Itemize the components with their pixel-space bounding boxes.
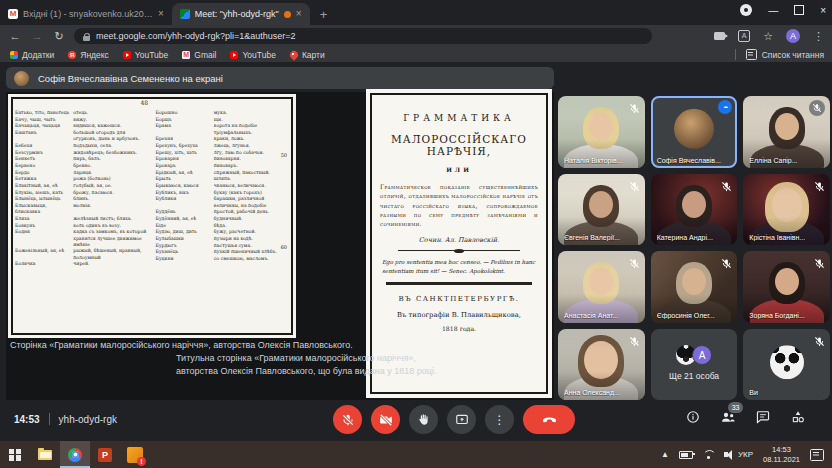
browser-menu-icon[interactable]: ⋮ — [813, 30, 824, 43]
reload-button[interactable]: ↻ — [52, 30, 66, 43]
end-call-button[interactable] — [523, 405, 575, 434]
address-bar[interactable]: meet.google.com/yhh-odyd-rgk?pli=1&authu… — [74, 28, 652, 44]
hidden-icons-chevron[interactable]: ▲ — [661, 450, 669, 459]
book-title-line1: ГРАММАТИКА — [380, 113, 538, 123]
self-avatar — [770, 346, 804, 380]
participant-tile[interactable]: Зоряна Богдані... — [743, 251, 830, 323]
profile-avatar[interactable]: A — [786, 29, 800, 43]
browser-tab-strip: M Вхідні (1) - snyakovenko.uk20@l × Meet… — [0, 0, 832, 25]
participant-avatar — [674, 109, 714, 149]
dictionary-entry: Броваръпивоваръ. — [156, 163, 289, 169]
participant-tile[interactable]: Анастасія Анат... — [558, 251, 645, 323]
forward-button[interactable]: → — [30, 30, 44, 42]
book-printer: Въ типографіи В. Плавильщикова, — [380, 311, 538, 319]
dictionary-entry: Будію, диш, дитьбужу, расчетной. — [156, 229, 289, 235]
participant-tile[interactable]: Анна Олександ... — [558, 329, 645, 401]
dictionary-column-1: Батько, тіто, панотецьотець. Бачу, чыш, … — [15, 110, 148, 268]
translate-icon[interactable]: A — [738, 30, 750, 42]
participants-panel-icon[interactable]: 33 — [720, 409, 736, 425]
taskbar-clock[interactable]: 14:53 08.11.2021 — [763, 445, 800, 464]
ornament-rule — [398, 250, 520, 251]
dictionary-entry: Буханёцьпухкій пшеничный хлѣбъ. — [156, 249, 289, 255]
back-button[interactable]: ← — [8, 30, 22, 42]
wifi-icon[interactable] — [703, 450, 714, 459]
new-tab-button[interactable]: + — [314, 5, 334, 25]
present-screen-button[interactable] — [447, 405, 476, 434]
powerpoint-taskbar-icon[interactable]: P — [90, 441, 120, 468]
participant-name: Софія Вячеславів... — [657, 157, 721, 164]
slide-caption-left: Сторінка «Граматики малоросійського нарі… — [10, 339, 355, 352]
activities-icon[interactable] — [790, 409, 806, 425]
tab-close-icon[interactable]: × — [296, 9, 302, 19]
battery-icon[interactable] — [679, 451, 693, 459]
bookmark-item[interactable]: Яндекс — [68, 50, 109, 60]
dictionary-entry: Бачу, чыш, чытьвижу. — [15, 117, 148, 123]
dictionary-entry: Бервенобревно. — [15, 163, 148, 169]
dictionary-entry: Болячкачирей. — [15, 261, 148, 267]
book-or-word: ИЛИ — [380, 166, 538, 173]
dictionary-entry: Блынёць, ылынёцьблинъ. — [15, 196, 148, 202]
mic-muted-icon — [629, 178, 640, 189]
chat-panel-icon[interactable] — [755, 409, 771, 425]
meeting-code: yhh-odyd-rgk — [59, 414, 117, 425]
action-center-icon[interactable] — [810, 449, 824, 461]
participant-tile[interactable]: Наталія Вікторів... — [558, 96, 645, 168]
mic-toggle-button[interactable] — [333, 405, 362, 434]
participant-tile[interactable]: Євгенія Валерії... — [558, 174, 645, 246]
participant-avatar-letter: A — [692, 345, 712, 365]
camera-toggle-button[interactable] — [371, 405, 400, 434]
window-close-button[interactable]: × — [820, 5, 826, 16]
bookmark-star-icon[interactable]: ☆ — [763, 30, 773, 43]
bookmark-item[interactable]: Карти — [290, 50, 325, 60]
dictionary-entry: Брешу, хіть, хатьлгу, лаю по собачьи. — [156, 150, 289, 156]
dictionary-entry: Бідебѣда. — [156, 223, 289, 229]
tab-gmail[interactable]: M Вхідні (1) - snyakovenko.uk20@l × — [0, 3, 172, 25]
tab-close-icon[interactable]: × — [158, 9, 164, 19]
mic-muted-icon — [629, 100, 640, 111]
volume-icon[interactable] — [724, 452, 728, 457]
mic-muted-icon — [814, 178, 825, 189]
slide-caption-right: Титульна сторінка «Граматики малоросійсь… — [176, 352, 444, 377]
more-options-button[interactable]: ⋮ — [485, 405, 514, 434]
window-minimize-button[interactable]: — — [768, 5, 778, 16]
language-indicator[interactable]: УКР — [738, 450, 753, 459]
meeting-clock: 14:53 — [14, 414, 40, 425]
window-maximize-button[interactable] — [794, 5, 804, 15]
participant-tile[interactable]: Елліна Сапір... — [743, 96, 830, 168]
book-city: ВЪ САНКТПЕТЕРБУРГѢ. — [380, 295, 538, 303]
raise-hand-button[interactable] — [409, 405, 438, 434]
self-tile[interactable]: Ви — [743, 329, 830, 401]
bookmark-favicon — [10, 51, 18, 59]
participant-tile[interactable]: Катерина Андрі... — [651, 174, 738, 246]
presenting-banner-text: Софія Вячеславівна Семененко на екрані — [38, 73, 223, 84]
dictionary-entry: Блукію, аіешъ, катьброжу, пасаюся. — [15, 190, 148, 196]
start-button[interactable] — [0, 441, 30, 468]
dictionary-entry: Боднякадка съ замкомъ, въ которой хранит… — [15, 229, 148, 248]
more-participants-tile[interactable]: A Ще 21 особа — [651, 329, 738, 401]
mic-muted-icon — [629, 333, 640, 344]
tab-meet-title: Meet: "yhh-odyd-rgk" — [195, 9, 279, 19]
dictionary-entry: Безсурмінъжидовѣрецъ; безбожникъ. — [15, 150, 148, 156]
camera-permission-icon[interactable] — [714, 32, 725, 40]
bookmark-item[interactable]: YouTube — [230, 50, 275, 60]
bookmark-item[interactable]: YouTube — [123, 50, 168, 60]
chrome-taskbar-icon[interactable] — [60, 441, 90, 468]
url-text: meet.google.com/yhh-odyd-rgk?pli=1&authu… — [96, 31, 296, 41]
dictionary-entry: Борошномука. — [156, 110, 289, 116]
dictionary-entry: Брідкый, ая, еѣспряжный, пакостный. — [156, 170, 289, 176]
alert-app-taskbar-icon[interactable] — [120, 441, 150, 468]
participant-tile[interactable]: Крістіна Іванівн... — [743, 174, 830, 246]
participant-tile-presenter[interactable]: ••• Софія Вячеславів... — [651, 96, 738, 168]
meeting-details-icon[interactable] — [685, 409, 701, 425]
participant-tile[interactable]: Єфросинія Олег... — [651, 251, 738, 323]
bookmark-item[interactable]: Gmail — [182, 50, 216, 60]
windows-taskbar: P ▲ УКР 14:53 08.11.2021 — [0, 441, 832, 468]
tab-meet[interactable]: Meet: "yhh-odyd-rgk" × — [172, 3, 310, 25]
bookmark-item[interactable]: Додатки — [10, 50, 54, 60]
tab-search-icon[interactable] — [740, 4, 752, 16]
participant-name: Анастасія Анат... — [564, 312, 618, 319]
file-explorer-icon[interactable] — [30, 441, 60, 468]
mic-muted-icon — [629, 255, 640, 266]
dictionary-entry: Брамаворота на подобіе тріумфальныхъ. — [156, 123, 289, 135]
book-epigraph: Ego pro sententia mea hoc censeo. — Pedi… — [382, 258, 536, 275]
